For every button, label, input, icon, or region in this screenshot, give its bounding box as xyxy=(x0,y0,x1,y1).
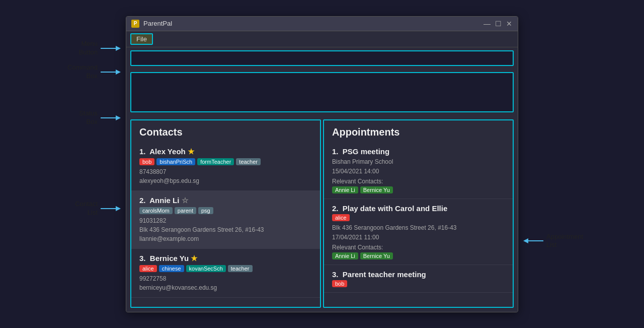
contact-list-annotation: ContactList xyxy=(75,200,98,217)
contact-tags: carolsMom parent psg xyxy=(139,207,312,214)
window-title: ParentPal xyxy=(143,20,479,27)
appointment-tag: alice xyxy=(332,214,350,221)
appointment-tag: Annie Li xyxy=(332,186,358,193)
contact-name: 1. Alex Yeoh ★ xyxy=(139,147,312,156)
contact-tag: psg xyxy=(198,207,213,214)
contact-info: 91031282Blk 436 Serangoon Gardens Street… xyxy=(139,216,312,243)
appointment-tags: Annie Li Bernice Yu xyxy=(332,186,505,193)
appointment-item[interactable]: 1. PSG meeting Bishan Primary School15/0… xyxy=(324,142,513,199)
contact-star: ☆ xyxy=(182,196,188,205)
contact-name: 3. Bernice Yu ★ xyxy=(139,254,312,263)
contact-info: 87438807alexyeoh@bps.edu.sg xyxy=(139,167,312,185)
contacts-panel[interactable]: Contacts 1. Alex Yeoh ★ bob bishanPriSch… xyxy=(130,119,321,308)
command-area xyxy=(126,47,518,69)
contact-tag: bishanPriSch xyxy=(156,158,195,165)
app-icon: P xyxy=(131,20,139,28)
title-bar: P ParentPal — ☐ ✕ xyxy=(126,17,518,31)
status-box-arrow xyxy=(101,114,121,122)
maximize-button[interactable]: ☐ xyxy=(495,20,502,27)
appointment-tag: Annie Li xyxy=(332,252,358,259)
contact-item[interactable]: 2. Annie Li ☆ carolsMom parent psg 91031… xyxy=(131,191,320,249)
appointment-list-arrow xyxy=(523,237,543,245)
appointments-panel[interactable]: Appointments 1. PSG meeting Bishan Prima… xyxy=(323,119,514,308)
appointment-info: Bishan Primary School15/04/2021 14:00 xyxy=(332,157,505,176)
command-input[interactable] xyxy=(130,50,514,66)
app-window: P ParentPal — ☐ ✕ File Contacts xyxy=(126,16,518,312)
appointment-name: 2. Play date with Carol and Ellie xyxy=(332,204,505,213)
contact-tag: bob xyxy=(139,158,154,165)
appointment-tag: bob xyxy=(332,280,347,287)
contact-tag: teacher xyxy=(236,158,261,165)
appointments-title: Appointments xyxy=(324,120,513,142)
appointment-tags: bob xyxy=(332,280,505,287)
appointment-tags: Annie Li Bernice Yu xyxy=(332,252,505,259)
contact-tag: carolsMom xyxy=(139,207,173,214)
menu-button-arrow xyxy=(101,44,121,52)
appointment-name: 3. Parent teacher meeting xyxy=(332,270,505,279)
contact-info: 99272758berniceyu@kovansec.edu.sg xyxy=(139,274,312,292)
appointment-tag: Bernice Yu xyxy=(360,186,393,193)
appointment-list-annotation: AppointmentList xyxy=(546,233,583,250)
menu-bar: File xyxy=(126,31,518,47)
appointment-relevant-label: Relevant Contacts: xyxy=(332,178,505,185)
contact-tag: chinese xyxy=(159,265,184,272)
close-button[interactable]: ✕ xyxy=(506,20,513,27)
menu-button-annotation: MenuButton xyxy=(78,40,98,57)
appointment-relevant-label: Relevant Contacts: xyxy=(332,244,505,251)
contact-index: 2. Annie Li xyxy=(139,196,182,205)
appointment-name: 1. PSG meeting xyxy=(332,147,505,156)
contact-index: 3. Bernice Yu xyxy=(139,254,191,263)
contact-list-arrow xyxy=(101,205,121,213)
contacts-title: Contacts xyxy=(131,120,320,142)
status-box-annotation: StatusBox xyxy=(79,109,98,126)
appointment-item[interactable]: 2. Play date with Carol and Ellie alice … xyxy=(324,199,513,265)
command-box-arrow xyxy=(101,68,121,76)
contact-tag: kovanSecSch xyxy=(186,265,226,272)
command-box-annotation: CommandBox xyxy=(67,63,98,81)
window-controls: — ☐ ✕ xyxy=(484,20,513,27)
appointment-tags: alice xyxy=(332,214,505,221)
contact-tags: alice chinese kovanSecSch teacher xyxy=(139,265,312,272)
appointment-item[interactable]: 3. Parent teacher meeting bob xyxy=(324,265,513,293)
contact-item[interactable]: 3. Bernice Yu ★ alice chinese kovanSecSc… xyxy=(131,249,320,298)
contact-star: ★ xyxy=(191,254,197,263)
contact-tag: parent xyxy=(175,207,196,214)
contact-name: 2. Annie Li ☆ xyxy=(139,196,312,205)
contact-index: 1. Alex Yeoh xyxy=(139,147,188,156)
contact-item[interactable]: 1. Alex Yeoh ★ bob bishanPriSch formTeac… xyxy=(131,142,320,191)
contact-tags: bob bishanPriSch formTeacher teacher xyxy=(139,158,312,165)
minimize-button[interactable]: — xyxy=(484,20,491,27)
status-box xyxy=(130,72,514,112)
file-menu-button[interactable]: File xyxy=(130,33,153,45)
contact-tag: formTeacher xyxy=(197,158,234,165)
status-area xyxy=(126,69,518,115)
appointment-info: Blk 436 Serangoon Gardens Street 26, #16… xyxy=(332,223,505,242)
contact-tag: teacher xyxy=(228,265,253,272)
appointment-tag: Bernice Yu xyxy=(360,252,393,259)
contact-tag: alice xyxy=(139,265,157,272)
contact-star: ★ xyxy=(188,147,194,156)
panels-container: Contacts 1. Alex Yeoh ★ bob bishanPriSch… xyxy=(126,115,518,312)
